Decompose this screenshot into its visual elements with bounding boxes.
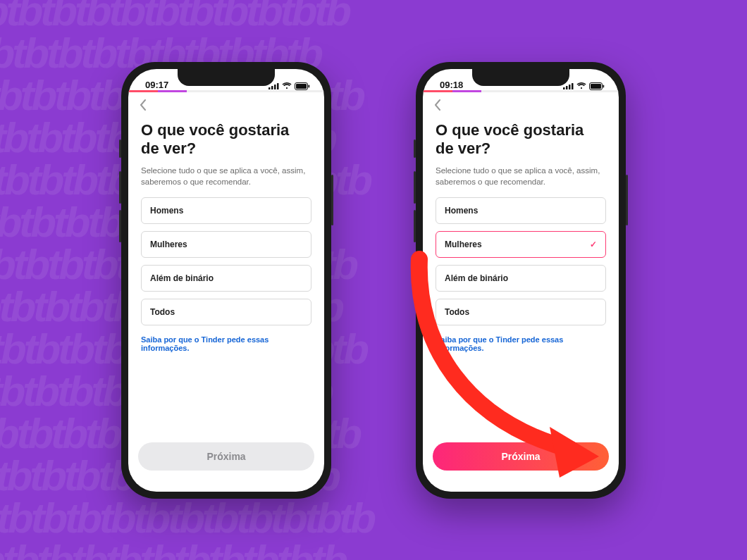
svg-rect-8 [566,86,568,89]
option-label: Todos [150,307,175,317]
phone-side-button [119,210,121,242]
phone-side-button [414,139,416,158]
option-mulheres[interactable]: Mulheres ✓ [436,231,606,258]
status-indicators [563,82,605,90]
option-label: Todos [445,307,469,317]
info-link[interactable]: Saiba por que o Tinder pede essas inform… [436,335,606,352]
svg-rect-12 [591,84,601,89]
back-button[interactable] [137,97,149,117]
status-time: 09:17 [145,80,168,90]
phone-notch [472,69,569,86]
check-icon: ✓ [590,239,597,249]
phone-side-button [414,210,416,242]
svg-rect-3 [277,83,279,89]
next-button[interactable]: Próxima [138,442,314,471]
wifi-icon [576,82,586,89]
svg-rect-13 [603,85,605,87]
phone-right: 09:18 O que você gostaria de ver? Seleci… [416,62,626,499]
chevron-left-icon [434,99,441,111]
option-label: Mulheres [150,239,187,249]
option-alem-de-binario[interactable]: Além de binário [436,265,606,292]
onboarding-progress [423,90,619,92]
phone-left: 09:17 O que você gostaria de ver? Seleci… [121,62,331,499]
option-label: Além de binário [445,273,508,283]
phone-side-button [414,171,416,204]
option-homens[interactable]: Homens [141,197,311,224]
phone-side-button [119,171,121,204]
stage: 09:17 O que você gostaria de ver? Seleci… [0,0,747,560]
phone-screen: 09:18 O que você gostaria de ver? Seleci… [423,69,619,492]
svg-rect-6 [309,85,310,87]
svg-rect-1 [271,86,273,89]
phone-side-button [626,175,628,225]
option-todos[interactable]: Todos [141,299,311,325]
next-button[interactable]: Próxima [433,442,609,471]
chevron-left-icon [140,99,147,111]
onboarding-progress [128,90,324,92]
option-label: Mulheres [445,239,482,249]
option-homens[interactable]: Homens [436,197,606,224]
svg-rect-10 [572,83,574,89]
phone-side-button [119,139,121,158]
wifi-icon [282,82,292,89]
status-time: 09:18 [440,80,463,90]
battery-icon [295,82,310,90]
svg-rect-9 [569,85,571,89]
battery-icon [589,82,605,90]
option-mulheres[interactable]: Mulheres [141,231,311,258]
info-link[interactable]: Saiba por que o Tinder pede essas inform… [141,335,311,352]
option-alem-de-binario[interactable]: Além de binário [141,265,311,292]
page-title: O que você gostaria de ver? [141,121,311,158]
status-indicators [268,82,310,90]
next-button-label: Próxima [206,451,245,462]
phone-side-button [331,175,333,225]
page-title: O que você gostaria de ver? [436,121,606,158]
next-button-label: Próxima [501,451,540,462]
page-subtitle: Selecione tudo o que se aplica a você, a… [436,165,606,187]
option-todos[interactable]: Todos [436,299,606,325]
svg-rect-5 [296,84,307,89]
page-subtitle: Selecione tudo o que se aplica a você, a… [141,165,311,187]
option-label: Homens [150,206,183,216]
phone-screen: 09:17 O que você gostaria de ver? Seleci… [128,69,324,492]
option-label: Homens [445,206,478,216]
svg-rect-2 [274,85,276,89]
option-label: Além de binário [150,273,214,283]
phone-notch [178,69,275,86]
back-button[interactable] [431,97,444,117]
